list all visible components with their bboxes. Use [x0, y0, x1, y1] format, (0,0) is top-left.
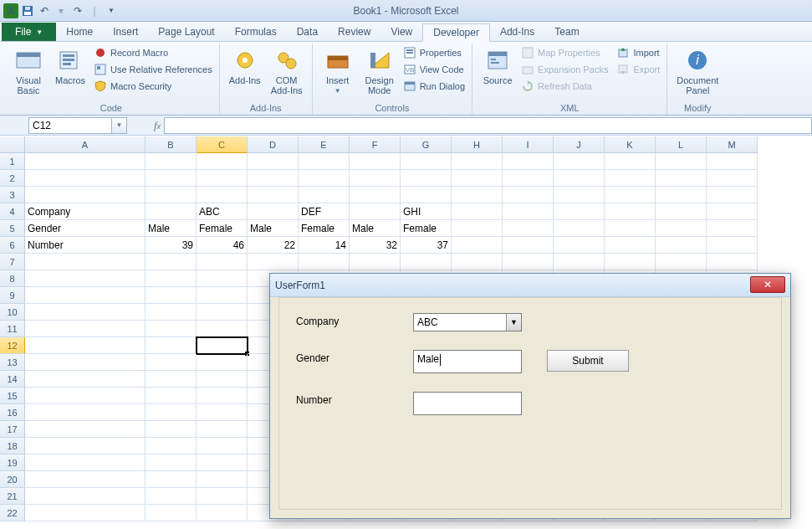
- row-header-14[interactable]: 14: [0, 371, 25, 388]
- row-header-3[interactable]: 3: [0, 187, 25, 203]
- cell-A3[interactable]: [25, 187, 146, 203]
- com-addins-button[interactable]: COM Add-Ins: [267, 45, 307, 97]
- run-dialog-button[interactable]: Run Dialog: [401, 79, 467, 94]
- cell-A15[interactable]: [25, 388, 146, 404]
- cell-A6[interactable]: Number: [25, 237, 146, 254]
- tab-home[interactable]: Home: [56, 23, 103, 41]
- cell-G3[interactable]: [401, 187, 452, 203]
- row-header-22[interactable]: 22: [0, 505, 25, 521]
- cell-C20[interactable]: [197, 471, 248, 488]
- col-header-D[interactable]: D: [248, 136, 299, 153]
- row-header-15[interactable]: 15: [0, 388, 25, 404]
- cell-C8[interactable]: [197, 270, 248, 287]
- userform-titlebar[interactable]: UserForm1 ✕: [270, 274, 790, 297]
- cell-A4[interactable]: Company: [25, 203, 146, 220]
- cell-B10[interactable]: [146, 304, 197, 321]
- cell-J2[interactable]: [554, 170, 605, 187]
- cell-K6[interactable]: [605, 237, 656, 254]
- tab-review[interactable]: Review: [328, 23, 380, 41]
- cell-A12[interactable]: [25, 337, 146, 354]
- cell-H3[interactable]: [452, 187, 503, 203]
- cell-I6[interactable]: [503, 237, 554, 254]
- cell-D5[interactable]: Male: [248, 220, 299, 237]
- cell-C14[interactable]: [197, 371, 248, 388]
- cell-A18[interactable]: [25, 438, 146, 455]
- col-header-L[interactable]: L: [656, 136, 707, 153]
- cell-B5[interactable]: Male: [146, 220, 197, 237]
- cell-H5[interactable]: [452, 220, 503, 237]
- tab-developer[interactable]: Developer: [422, 23, 490, 42]
- row-header-16[interactable]: 16: [0, 404, 25, 421]
- tab-page-layout[interactable]: Page Layout: [148, 23, 224, 41]
- cell-C12[interactable]: [197, 337, 248, 354]
- macro-security-button[interactable]: Macro Security: [92, 79, 214, 94]
- cell-L2[interactable]: [656, 170, 707, 187]
- cell-B15[interactable]: [146, 388, 197, 404]
- tab-data[interactable]: Data: [287, 23, 328, 41]
- col-header-J[interactable]: J: [554, 136, 605, 153]
- submit-button[interactable]: Submit: [547, 350, 629, 372]
- cell-L6[interactable]: [656, 237, 707, 254]
- cell-L5[interactable]: [656, 220, 707, 237]
- visual-basic-button[interactable]: Visual Basic: [8, 45, 49, 97]
- cell-E4[interactable]: DEF: [299, 203, 350, 220]
- cell-A11[interactable]: [25, 321, 146, 337]
- cell-C10[interactable]: [197, 304, 248, 321]
- cell-B17[interactable]: [146, 421, 197, 438]
- save-icon[interactable]: [20, 3, 35, 18]
- tab-formulas[interactable]: Formulas: [225, 23, 287, 41]
- tab-addins[interactable]: Add-Ins: [490, 23, 544, 41]
- cell-B13[interactable]: [146, 354, 197, 371]
- cell-B12[interactable]: [146, 337, 197, 354]
- cell-G4[interactable]: GHI: [401, 203, 452, 220]
- macros-button[interactable]: Macros: [50, 45, 90, 87]
- cell-I1[interactable]: [503, 153, 554, 170]
- cell-K7[interactable]: [605, 254, 656, 270]
- cell-C18[interactable]: [197, 438, 248, 455]
- cell-F6[interactable]: 32: [350, 237, 401, 254]
- cell-A8[interactable]: [25, 270, 146, 287]
- cell-C1[interactable]: [197, 153, 248, 170]
- cell-H1[interactable]: [452, 153, 503, 170]
- cell-A14[interactable]: [25, 371, 146, 388]
- cell-K5[interactable]: [605, 220, 656, 237]
- cell-A21[interactable]: [25, 488, 146, 505]
- cell-F3[interactable]: [350, 187, 401, 203]
- cell-I7[interactable]: [503, 254, 554, 270]
- cell-I2[interactable]: [503, 170, 554, 187]
- chevron-down-icon[interactable]: ▼: [506, 314, 521, 331]
- cell-F5[interactable]: Male: [350, 220, 401, 237]
- company-combobox[interactable]: ABC ▼: [413, 313, 522, 331]
- cell-J1[interactable]: [554, 153, 605, 170]
- cell-E2[interactable]: [299, 170, 350, 187]
- cell-E5[interactable]: Female: [299, 220, 350, 237]
- cell-I4[interactable]: [503, 203, 554, 220]
- cell-I5[interactable]: [503, 220, 554, 237]
- cell-L4[interactable]: [656, 203, 707, 220]
- fx-icon[interactable]: fx: [154, 119, 161, 132]
- cell-B6[interactable]: 39: [146, 237, 197, 254]
- addins-button[interactable]: Add-Ins: [225, 45, 265, 87]
- cell-C2[interactable]: [197, 170, 248, 187]
- row-header-17[interactable]: 17: [0, 421, 25, 438]
- cell-A1[interactable]: [25, 153, 146, 170]
- cell-C22[interactable]: [197, 505, 248, 521]
- row-header-11[interactable]: 11: [0, 321, 25, 337]
- document-panel-button[interactable]: i Document Panel: [672, 45, 723, 97]
- cell-C4[interactable]: ABC: [197, 203, 248, 220]
- cell-K1[interactable]: [605, 153, 656, 170]
- row-header-19[interactable]: 19: [0, 455, 25, 471]
- cell-C6[interactable]: 46: [197, 237, 248, 254]
- cell-C15[interactable]: [197, 388, 248, 404]
- cell-B4[interactable]: [146, 203, 197, 220]
- col-header-I[interactable]: I: [503, 136, 554, 153]
- row-header-2[interactable]: 2: [0, 170, 25, 187]
- qat-customize-icon[interactable]: ▼: [104, 3, 119, 18]
- design-mode-button[interactable]: Design Mode: [360, 45, 400, 97]
- row-header-5[interactable]: 5: [0, 220, 25, 237]
- gender-textbox[interactable]: Male: [413, 350, 522, 373]
- cell-C7[interactable]: [197, 254, 248, 270]
- import-button[interactable]: Import: [615, 45, 661, 60]
- cell-F1[interactable]: [350, 153, 401, 170]
- cell-A17[interactable]: [25, 421, 146, 438]
